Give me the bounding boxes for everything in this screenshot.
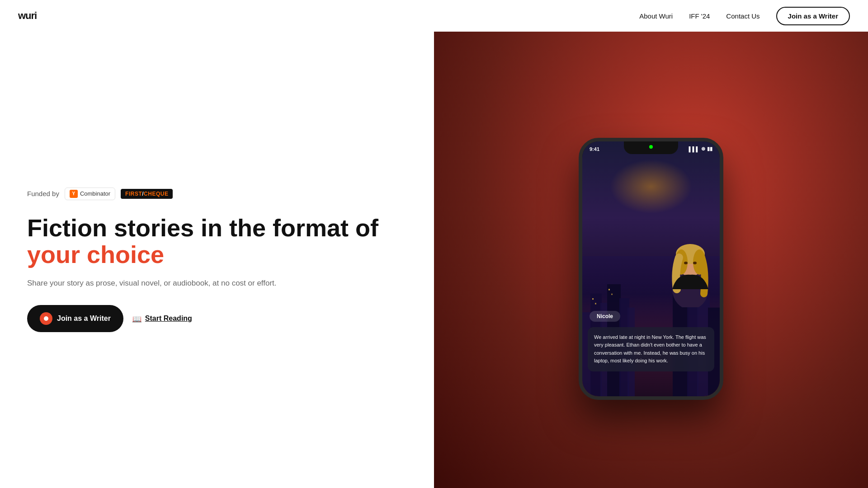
battery-icon: ▮▮ [707,146,712,152]
nav-links: About Wuri IFF '24 Contact Us Join as a … [639,7,850,25]
cta-row: Join as a Writer 📖 Start Reading [27,305,407,332]
svg-point-25 [693,262,697,264]
join-writer-button[interactable]: Join as a Writer [27,305,123,332]
hero-subtext: Share your story as prose, visual novel,… [27,277,407,289]
hero-right: 9:41 ▌▌▌ ⊛ ▮▮ [434,32,868,488]
dialog-bubble: We arrived late at night in New York. Th… [588,327,714,371]
hero-left: Funded by Y Combinator FIRST/CHEQUE Fict… [0,32,434,488]
svg-rect-13 [595,303,596,304]
svg-rect-12 [592,298,594,300]
svg-rect-14 [609,289,610,290]
phone-mockup: 9:41 ▌▌▌ ⊛ ▮▮ [579,138,723,400]
character-svg [661,226,720,307]
svg-rect-15 [611,294,613,295]
phone-frame: 9:41 ▌▌▌ ⊛ ▮▮ [579,138,723,400]
book-icon: 📖 [132,314,142,323]
svg-point-24 [684,262,688,264]
signal-icon: ▌▌▌ [689,146,699,152]
yc-logo-icon: Y [70,190,78,198]
pen-icon [43,315,49,322]
phone-green-dot [649,145,653,149]
fc-badge: FIRST/CHEQUE [121,189,173,199]
funded-by-row: Funded by Y Combinator FIRST/CHEQUE [27,188,407,200]
wifi-icon: ⊛ [701,146,705,152]
nav-about[interactable]: About Wuri [639,12,673,20]
status-icons: ▌▌▌ ⊛ ▮▮ [689,146,712,152]
character-figure [661,226,720,307]
yc-badge: Y Combinator [65,188,115,200]
logo: wuri [18,10,37,22]
hero-headline: Fiction stories in the format of your ch… [27,215,407,268]
start-reading-button[interactable]: 📖 Start Reading [132,314,192,323]
headline-highlight: your choice [27,241,164,268]
nav-contact[interactable]: Contact Us [726,12,760,20]
hero-section: Funded by Y Combinator FIRST/CHEQUE Fict… [0,0,868,488]
navbar: wuri About Wuri IFF '24 Contact Us Join … [0,0,868,32]
writer-button-icon [40,312,52,325]
sky-glow [610,160,692,214]
phone-time: 9:41 [590,146,599,152]
character-name-bubble: Nicole [590,311,620,322]
svg-point-0 [44,316,48,321]
nav-iff[interactable]: IFF '24 [689,12,710,20]
yc-text: Combinator [80,190,110,197]
nav-join-button[interactable]: Join as a Writer [776,7,850,25]
phone-screen: 9:41 ▌▌▌ ⊛ ▮▮ [582,141,720,396]
funded-label: Funded by [27,190,59,197]
